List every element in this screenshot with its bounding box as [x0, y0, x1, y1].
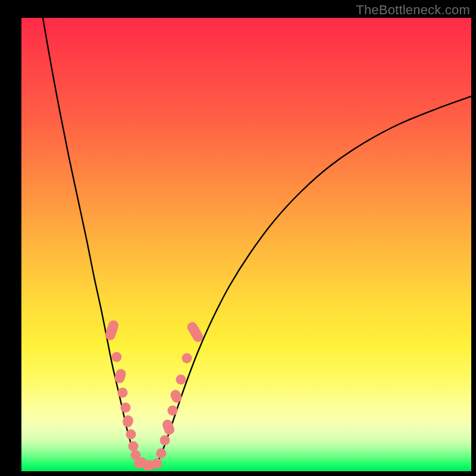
marker-dot: [121, 403, 131, 413]
curve-line: [43, 18, 471, 465]
chart-frame: TheBottleneck.com: [0, 0, 476, 476]
marker-dot: [152, 459, 162, 469]
marker-dot: [112, 352, 122, 362]
watermark-text: TheBottleneck.com: [356, 2, 470, 18]
curve-svg: [21, 18, 471, 471]
marker-dot: [182, 353, 192, 364]
plot-area: [21, 18, 471, 471]
marker-dot: [126, 430, 136, 440]
marker-pill: [113, 368, 127, 384]
sample-markers: [104, 319, 205, 470]
marker-dot: [129, 441, 139, 452]
marker-pill: [104, 319, 120, 342]
marker-dot: [176, 375, 186, 385]
marker-pill: [186, 320, 205, 344]
bottleneck-curve: [43, 18, 471, 465]
marker-pill: [169, 388, 183, 404]
marker-dot: [160, 436, 170, 446]
marker-dot: [118, 388, 128, 398]
marker-dot: [168, 406, 178, 416]
marker-dot: [156, 449, 167, 459]
